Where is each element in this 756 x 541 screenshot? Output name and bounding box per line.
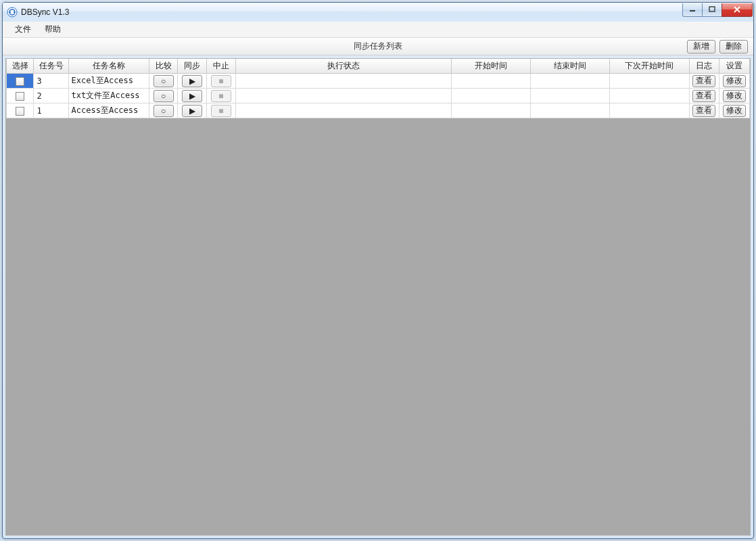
col-log[interactable]: 日志 [689,59,719,74]
compare-button[interactable]: ○ [153,90,174,102]
modify-button[interactable]: 修改 [723,105,746,117]
menu-file[interactable]: 文件 [8,22,38,37]
content-area: 选择 任务号 任务名称 比较 同步 中止 执行状态 开始时间 结束时间 下次开始… [5,58,751,536]
menubar: 文件 帮助 [3,22,753,38]
stop-button: ■ [211,105,231,117]
select-cell[interactable] [7,103,34,118]
status-cell [235,103,451,118]
settings-cell: 修改 [719,103,750,118]
col-settings[interactable]: 设置 [719,59,750,74]
stop-button: ■ [211,75,231,87]
task-grid-wrap: 选择 任务号 任务名称 比较 同步 中止 执行状态 开始时间 结束时间 下次开始… [6,59,750,118]
view-log-button[interactable]: 查看 [692,75,715,87]
select-checkbox[interactable] [16,107,24,116]
table-row[interactable]: 3Excel至Access○▶■查看修改 [7,74,750,89]
stop-cell: ■ [207,103,236,118]
add-button[interactable]: 新增 [687,40,715,53]
status-cell [235,89,451,103]
maximize-button[interactable] [702,3,722,17]
col-status[interactable]: 执行状态 [235,59,451,74]
log-cell: 查看 [689,74,719,89]
compare-cell: ○ [149,74,178,89]
col-task-num[interactable]: 任务号 [34,59,68,74]
modify-button[interactable]: 修改 [723,75,746,87]
view-log-button[interactable]: 查看 [692,90,715,102]
sync-cell: ▶ [178,103,207,118]
svg-line-5 [734,7,740,12]
table-row[interactable]: 1Access至Access○▶■查看修改 [7,103,750,118]
grid-header-row: 选择 任务号 任务名称 比较 同步 中止 执行状态 开始时间 结束时间 下次开始… [7,59,750,74]
task-num-cell: 1 [34,103,68,118]
col-start[interactable]: 开始时间 [452,59,531,74]
svg-line-6 [734,7,740,12]
toolbar-title: 同步任务列表 [3,41,753,52]
table-row[interactable]: 2txt文件至Access○▶■查看修改 [7,89,750,103]
task-num-cell: 2 [34,89,68,103]
stop-button: ■ [211,90,231,102]
titlebar: DBSync V1.3 [3,3,753,22]
select-cell[interactable] [7,74,34,89]
compare-cell: ○ [149,103,178,118]
sync-button[interactable]: ▶ [182,105,202,117]
compare-button[interactable]: ○ [153,105,174,117]
start-time-cell [452,103,531,118]
svg-point-0 [7,7,17,17]
status-cell [235,74,451,89]
close-button[interactable] [722,3,753,17]
window-controls [683,3,753,17]
svg-rect-4 [709,7,715,11]
col-stop[interactable]: 中止 [207,59,236,74]
close-icon [733,6,741,13]
compare-button[interactable]: ○ [153,75,174,87]
view-log-button[interactable]: 查看 [692,105,715,117]
select-checkbox[interactable] [16,92,24,101]
log-cell: 查看 [689,89,719,103]
sync-cell: ▶ [178,89,207,103]
stop-cell: ■ [207,89,236,103]
end-time-cell [531,89,610,103]
select-checkbox[interactable] [16,77,24,86]
col-sync[interactable]: 同步 [178,59,207,74]
compare-cell: ○ [149,89,178,103]
task-name-cell: Excel至Access [68,74,149,89]
start-time-cell [452,89,531,103]
col-end[interactable]: 结束时间 [531,59,610,74]
settings-cell: 修改 [719,74,750,89]
maximize-icon [709,6,715,13]
col-task-name[interactable]: 任务名称 [68,59,149,74]
sync-cell: ▶ [178,74,207,89]
task-num-cell: 3 [34,74,68,89]
task-name-cell: Access至Access [68,103,149,118]
col-select[interactable]: 选择 [7,59,34,74]
stop-cell: ■ [207,74,236,89]
start-time-cell [452,74,531,89]
menu-help[interactable]: 帮助 [38,22,68,37]
task-name-cell: txt文件至Access [68,89,149,103]
toolbar: 同步任务列表 新增 删除 [3,38,753,55]
col-compare[interactable]: 比较 [149,59,178,74]
col-next[interactable]: 下次开始时间 [610,59,689,74]
end-time-cell [531,103,610,118]
toolbar-buttons: 新增 删除 [687,40,748,53]
app-window: DBSync V1.3 文件 帮助 同步任务列表 新增 删除 [2,2,754,539]
app-icon [7,7,18,18]
next-start-cell [610,89,689,103]
next-start-cell [610,103,689,118]
end-time-cell [531,74,610,89]
sync-button[interactable]: ▶ [182,75,202,87]
next-start-cell [610,74,689,89]
minimize-icon [689,6,696,13]
svg-rect-3 [690,10,695,11]
log-cell: 查看 [689,103,719,118]
delete-button[interactable]: 删除 [719,40,748,53]
window-title: DBSync V1.3 [21,7,683,17]
task-grid: 选择 任务号 任务名称 比较 同步 中止 执行状态 开始时间 结束时间 下次开始… [6,59,750,118]
select-cell[interactable] [7,89,34,103]
minimize-button[interactable] [682,3,703,17]
modify-button[interactable]: 修改 [723,90,746,102]
settings-cell: 修改 [719,89,750,103]
sync-button[interactable]: ▶ [182,90,202,102]
